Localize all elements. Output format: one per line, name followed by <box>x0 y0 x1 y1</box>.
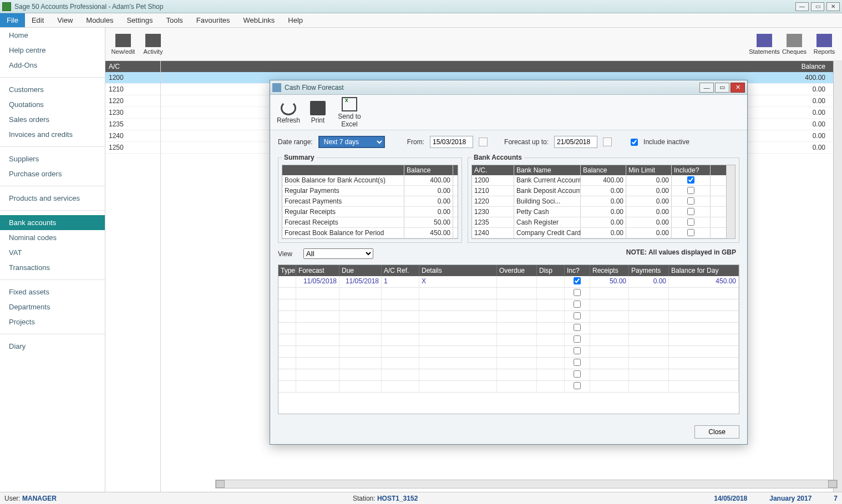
activity-icon <box>145 34 161 47</box>
dialog-minimize-button[interactable]: — <box>699 83 714 93</box>
bank-include-checkbox[interactable] <box>687 208 694 215</box>
nav-home[interactable]: Home <box>0 28 105 43</box>
bg-row-ac[interactable]: 1250 <box>105 142 160 154</box>
bg-row-ac[interactable]: 1235 <box>105 119 160 130</box>
from-date-input[interactable] <box>430 136 473 148</box>
dialog-titlebar: Cash Flow Forecast — ▭ ✕ <box>270 80 747 95</box>
view-select[interactable]: All <box>303 248 373 259</box>
nav-invoices[interactable]: Invoices and credits <box>0 127 105 142</box>
nav-addons[interactable]: Add-Ons <box>0 58 105 73</box>
forecast-to-label: Forecast up to: <box>504 138 549 146</box>
bank-row[interactable]: 1200Bank Current Account400.000.00 <box>472 175 726 186</box>
bank-include-checkbox[interactable] <box>687 176 694 184</box>
scroll-right-icon[interactable] <box>828 480 837 488</box>
nav-quotations[interactable]: Quotations <box>0 97 105 112</box>
nav-diary[interactable]: Diary <box>0 339 105 354</box>
menu-weblinks[interactable]: WebLinks <box>237 13 282 27</box>
app-icon <box>2 2 11 11</box>
bank-row[interactable]: 1235Cash Register0.000.00 <box>472 217 726 228</box>
detail-inc-checkbox[interactable] <box>574 312 581 319</box>
nav-products[interactable]: Products and services <box>0 191 105 206</box>
bg-row-ac[interactable]: 1210 <box>105 84 160 95</box>
nav-sales-orders[interactable]: Sales orders <box>0 112 105 127</box>
detail-inc-checkbox[interactable] <box>574 289 581 296</box>
bank-include-checkbox[interactable] <box>687 187 694 194</box>
tool-activity[interactable]: Activity <box>140 34 166 55</box>
nav-customers[interactable]: Customers <box>0 82 105 97</box>
detail-inc-checkbox[interactable] <box>574 370 581 378</box>
bg-row-ac[interactable]: 1230 <box>105 107 160 119</box>
nav-fixed-assets[interactable]: Fixed assets <box>0 284 105 299</box>
menu-settings[interactable]: Settings <box>120 13 159 27</box>
bg-scrollbar-h[interactable] <box>215 480 838 488</box>
bg-row-ac[interactable]: 1240 <box>105 130 160 142</box>
menu-favourites[interactable]: Favourites <box>190 13 237 27</box>
menubar: File Edit View Modules Settings Tools Fa… <box>0 13 842 28</box>
bank-row[interactable]: 1230Petty Cash0.000.00 <box>472 207 726 217</box>
bank-row[interactable]: 1220Building Soci...0.000.00 <box>472 196 726 207</box>
nav-vat[interactable]: VAT <box>0 245 105 260</box>
detail-inc-checkbox[interactable] <box>574 324 581 331</box>
view-label: View <box>278 250 292 258</box>
detail-inc-checkbox[interactable] <box>574 359 581 366</box>
minimize-button[interactable]: — <box>795 2 809 11</box>
summary-legend: Summary <box>282 154 317 161</box>
bg-scrollbar-v[interactable] <box>833 61 842 492</box>
dialog-toolbar: Refresh Print Send to Excel <box>270 95 747 130</box>
menu-edit[interactable]: Edit <box>25 13 50 27</box>
menu-view[interactable]: View <box>50 13 79 27</box>
from-label: From: <box>407 138 424 146</box>
nav-bank-accounts[interactable]: Bank accounts <box>0 215 105 230</box>
tool-statements[interactable]: Statements <box>751 34 778 55</box>
detail-row-empty <box>278 288 739 299</box>
date-range-select[interactable]: Next 7 days <box>318 136 385 148</box>
detail-inc-checkbox[interactable] <box>574 301 581 308</box>
nav-purchase-orders[interactable]: Purchase orders <box>0 166 105 181</box>
close-button[interactable]: Close <box>694 425 739 439</box>
bank-include-checkbox[interactable] <box>687 218 694 226</box>
bg-row-ac[interactable]: 1200 <box>105 72 160 84</box>
cash-flow-dialog: Cash Flow Forecast — ▭ ✕ Refresh Print S… <box>270 80 748 445</box>
nav-help-centre[interactable]: Help centre <box>0 43 105 58</box>
detail-row-empty <box>278 323 739 334</box>
bank-include-checkbox[interactable] <box>687 229 694 236</box>
bank-include-checkbox[interactable] <box>687 197 694 205</box>
menu-help[interactable]: Help <box>281 13 310 27</box>
close-button[interactable]: ✕ <box>826 2 840 11</box>
nav-projects[interactable]: Projects <box>0 314 105 329</box>
nav-transactions[interactable]: Transactions <box>0 260 105 275</box>
detail-row-empty <box>278 369 739 381</box>
send-to-excel-button[interactable]: Send to Excel <box>336 97 363 128</box>
tool-cheques[interactable]: Cheques <box>781 34 808 55</box>
detail-inc-checkbox[interactable] <box>574 277 581 284</box>
nav-nominal-codes[interactable]: Nominal codes <box>0 230 105 245</box>
detail-row[interactable]: 11/05/201811/05/20181X50.000.00450.00 <box>278 276 739 288</box>
dialog-include-inactive-checkbox[interactable] <box>631 139 638 146</box>
menu-modules[interactable]: Modules <box>79 13 120 27</box>
nav-suppliers[interactable]: Suppliers <box>0 151 105 166</box>
detail-inc-checkbox[interactable] <box>574 335 581 343</box>
scroll-left-icon[interactable] <box>216 480 225 488</box>
refresh-button[interactable]: Refresh <box>277 101 300 124</box>
bank-scrollbar[interactable] <box>726 165 735 238</box>
calendar-icon[interactable] <box>603 138 612 146</box>
tool-reports[interactable]: Reports <box>811 34 838 55</box>
tool-new-edit[interactable]: New/edit <box>110 34 136 55</box>
detail-inc-checkbox[interactable] <box>574 382 581 389</box>
print-icon <box>310 101 326 115</box>
menu-tools[interactable]: Tools <box>159 13 189 27</box>
nav-departments[interactable]: Departments <box>0 299 105 314</box>
print-button[interactable]: Print <box>310 101 326 124</box>
bg-row-ac[interactable]: 1220 <box>105 95 160 107</box>
calendar-icon[interactable] <box>479 138 488 146</box>
forecast-to-input[interactable] <box>554 136 597 148</box>
workspace: New/edit Activity Statements Cheques Rep… <box>105 28 842 492</box>
maximize-button[interactable]: ▭ <box>811 2 824 11</box>
bank-row[interactable]: 1240Company Credit Card0.000.00 <box>472 228 726 238</box>
menu-file[interactable]: File <box>0 13 25 27</box>
dialog-close-button[interactable]: ✕ <box>731 83 745 93</box>
sidebar: Home Help centre Add-Ons Customers Quota… <box>0 28 105 492</box>
detail-inc-checkbox[interactable] <box>574 347 581 354</box>
dialog-maximize-button[interactable]: ▭ <box>715 83 729 93</box>
bank-row[interactable]: 1210Bank Deposit Account0.000.00 <box>472 186 726 196</box>
